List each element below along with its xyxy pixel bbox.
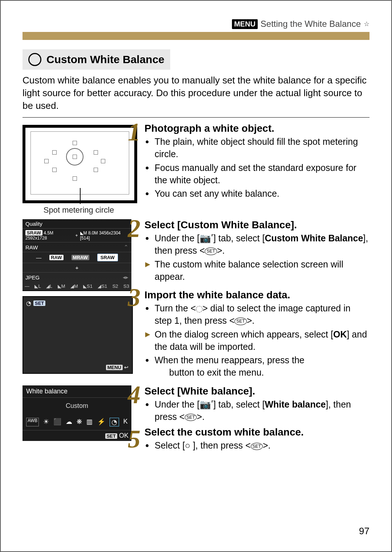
step-5-bullets: Select [○ ], then press <SET>. — [144, 439, 369, 452]
wb-select-icon: ◔ — [26, 300, 31, 307]
separator — [23, 117, 369, 118]
menu-badge: MENU — [232, 19, 258, 29]
page-header: MENU Setting the White Balance ☆ — [23, 19, 369, 29]
bullet: Under the [📷ʹ] tab, select [White balanc… — [155, 398, 369, 423]
raw-label: RAW — [25, 244, 38, 250]
bullet: When the menu reappears, press the butto… — [155, 354, 369, 379]
step-2-3: Quality SRAW 4.5M 2592x1728 + ◣M 8.0M 34… — [23, 219, 369, 381]
step-3-bullets: Turn the <> dial to select the image cap… — [144, 302, 369, 379]
step-number-1: 1 — [128, 118, 140, 147]
custom-wb-icon — [28, 53, 41, 66]
intro-paragraph: Custom white balance enables you to manu… — [23, 74, 369, 112]
wb-select-screen: ◔ SET MENU ↩ — [23, 296, 133, 374]
star-icon: ☆ — [364, 20, 369, 28]
step-3-title: Import the white balance data. — [144, 289, 369, 301]
gold-bar — [23, 32, 369, 40]
set-chip: SET — [33, 300, 45, 306]
bullet: Focus manually and set the standard expo… — [155, 162, 369, 187]
quality-title: Quality — [23, 219, 131, 228]
step-4-5: White balance Custom AWB ☀ ⬛ ☁ ❋ ▥ ⚡ ◔ K… — [23, 385, 369, 454]
step-1: Spot metering circle 1 Photograph a whit… — [23, 123, 369, 215]
section-heading-text: Custom White Balance — [46, 53, 164, 66]
bullet: Select [○ ], then press <SET>. — [155, 439, 369, 452]
step-1-title: Photograph a white object. — [144, 123, 369, 134]
step-number-4: 4 — [128, 380, 140, 409]
jpeg-label: JPEG — [25, 274, 40, 281]
section-heading: Custom White Balance — [23, 49, 170, 70]
bullet: The plain, white object should fill the … — [155, 136, 369, 160]
bullet: On the dialog screen which appears, sele… — [155, 328, 369, 353]
page-number: 97 — [359, 526, 369, 537]
quality-screen: Quality SRAW 4.5M 2592x1728 + ◣M 8.0M 34… — [23, 219, 131, 291]
step-2-bullets: Under the [📷ʹ] tab, select [Custom White… — [144, 232, 369, 283]
bullet: You can set any white balance. — [155, 188, 369, 200]
viewfinder-caption: Spot metering circle — [23, 205, 135, 215]
step-number-2: 2 — [128, 214, 140, 243]
wb-screen-value: Custom — [23, 398, 131, 414]
step-4-title: Select [White balance]. — [144, 385, 369, 397]
page: MENU Setting the White Balance ☆ Custom … — [0, 0, 392, 552]
bullet: Turn the <> dial to select the image cap… — [155, 302, 369, 327]
step-1-bullets: The plain, white object should fill the … — [144, 136, 369, 200]
viewfinder-figure — [23, 125, 137, 203]
step-2-title: Select [Custom White Balance]. — [144, 219, 369, 231]
header-title: Setting the White Balance — [261, 19, 361, 29]
step-number-5: 5 — [128, 425, 140, 454]
quality-summary: SRAW 4.5M 2592x1728 + ◣M 8.0M 3456x2304 … — [23, 228, 131, 242]
step-4-bullets: Under the [📷ʹ] tab, select [White balanc… — [144, 398, 369, 423]
step-5-title: Select the custom white balance. — [144, 426, 369, 438]
bullet: Under the [📷ʹ] tab, select [Custom White… — [155, 232, 369, 257]
step-number-3: 3 — [128, 283, 140, 312]
wb-icon-row: AWB ☀ ⬛ ☁ ❋ ▥ ⚡ ◔ K — [23, 414, 131, 430]
white-balance-screen: White balance Custom AWB ☀ ⬛ ☁ ❋ ▥ ⚡ ◔ K… — [23, 385, 131, 441]
bullet: The custom white balance selection scree… — [155, 258, 369, 283]
jpeg-options: — ◣L ◢L ◣M ◢M ◣S1 ◢S1 S2 S3 — [23, 282, 131, 290]
wb-screen-title: White balance — [23, 385, 131, 398]
